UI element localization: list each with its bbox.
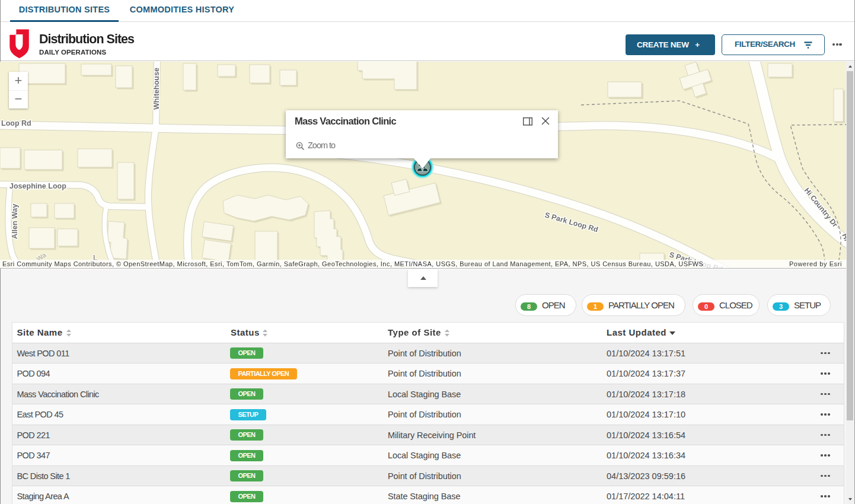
- svg-text:Whitehouse: Whitehouse: [152, 68, 161, 110]
- svg-text:Josephine Loop: Josephine Loop: [9, 182, 66, 190]
- svg-text:Allen Way: Allen Way: [11, 204, 19, 239]
- svg-text:Loop Rd: Loop Rd: [1, 119, 31, 127]
